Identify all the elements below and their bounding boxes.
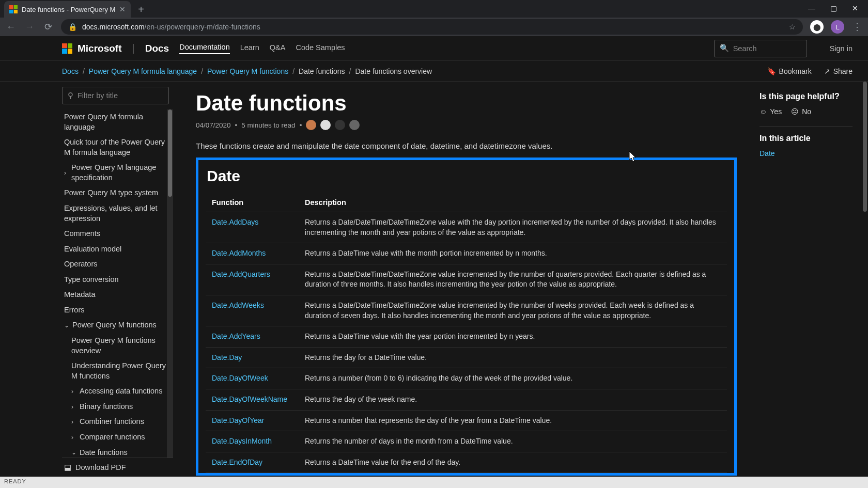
search-placeholder: Search [733, 44, 757, 53]
function-link[interactable]: Date.DayOfWeekName [206, 389, 299, 410]
sidebar-scrollbar[interactable] [167, 109, 173, 458]
table-row: Date.DaysInMonthReturns the number of da… [206, 431, 727, 452]
function-link[interactable]: Date.AddWeeks [206, 295, 299, 326]
sidebar-item-label: Type conversion [64, 275, 119, 285]
contributor-avatar[interactable] [335, 120, 345, 130]
sign-in-link[interactable]: Sign in [830, 44, 853, 53]
function-link[interactable]: Date.DayOfYear [206, 410, 299, 431]
sidebar-item[interactable]: ⌄Power Query M functions [62, 318, 173, 333]
yes-label: Yes [770, 107, 782, 116]
crumb-lang[interactable]: Power Query M formula language [89, 67, 197, 75]
sidebar-item-label: Metadata [64, 290, 95, 300]
sidebar-item[interactable]: Evaluation model [62, 242, 173, 257]
extension-icon[interactable]: ⬤ [810, 20, 824, 34]
sidebar-item[interactable]: ⌄Date functions [62, 445, 173, 458]
reload-button[interactable]: ⟳ [42, 21, 54, 33]
crumb-docs[interactable]: Docs [62, 67, 79, 75]
profile-avatar[interactable]: L [831, 20, 844, 34]
sidebar-item[interactable]: ›Power Query M language specification [62, 160, 173, 185]
sidebar-item[interactable]: ›Comparer functions [62, 430, 173, 445]
function-link[interactable]: Date.AddMonths [206, 243, 299, 264]
sidebar-item[interactable]: ›Accessing data functions [62, 384, 173, 399]
sidebar-item[interactable]: Expressions, values, and let expression [62, 201, 173, 226]
window-close[interactable]: ✕ [849, 4, 861, 12]
function-link[interactable]: Date.EndOfDay [206, 452, 299, 473]
nav-qa[interactable]: Q&A [270, 43, 286, 54]
article-readtime: 5 minutes to read [241, 121, 295, 129]
sidebar-item[interactable]: Comments [62, 226, 173, 242]
tab-close-icon[interactable]: ✕ [119, 5, 126, 13]
forward-button[interactable]: → [24, 22, 35, 33]
meta-sep: • [300, 121, 302, 129]
crumb-functions[interactable]: Power Query M functions [207, 67, 288, 75]
new-tab-button[interactable]: + [134, 1, 148, 18]
site-search-input[interactable]: 🔍 Search [714, 40, 807, 57]
brand-label: Microsoft [78, 43, 122, 54]
nav-learn[interactable]: Learn [240, 43, 259, 54]
sidebar-item[interactable]: ›Combiner functions [62, 414, 173, 430]
table-row: Date.AddQuartersReturns a Date/DateTime/… [206, 264, 727, 295]
table-row: Date.AddMonthsReturns a DateTime value w… [206, 243, 727, 264]
function-description: Returns the day of the week name. [299, 389, 727, 410]
contributor-avatar[interactable] [349, 120, 360, 130]
nav-documentation[interactable]: Documentation [179, 43, 230, 54]
function-link[interactable]: Date.AddYears [206, 326, 299, 348]
caret-icon: › [64, 169, 68, 177]
menu-icon[interactable]: ⋮ [851, 21, 863, 33]
sidebar-item-label: Operators [64, 259, 97, 270]
caret-icon: › [71, 387, 76, 396]
sidebar-item[interactable]: Errors [62, 303, 173, 318]
filter-placeholder: Filter by title [78, 91, 118, 100]
sidebar-item[interactable]: Power Query M functions overview [62, 333, 173, 358]
function-description: Returns a Date/DateTime/DateTimeZone val… [299, 295, 727, 326]
window-minimize[interactable]: — [806, 4, 817, 12]
article-date: 04/07/2020 [196, 121, 231, 129]
sidebar-item[interactable]: ›Binary functions [62, 399, 173, 415]
sidebar-item[interactable]: Type conversion [62, 272, 173, 288]
url-input[interactable]: 🔒 docs.microsoft.com/en-us/powerquery-m/… [61, 19, 803, 35]
star-icon[interactable]: ☆ [789, 23, 796, 31]
sidebar-item[interactable]: Power Query M formula language [62, 109, 173, 135]
function-description: Returns a number (from 0 to 6) indicatin… [299, 368, 727, 389]
function-link[interactable]: Date.Day [206, 347, 299, 368]
back-button[interactable]: ← [5, 22, 17, 33]
contributor-avatar[interactable] [320, 120, 331, 130]
sidebar-item-label: Expressions, values, and let expression [64, 203, 173, 224]
sidebar-item[interactable]: Understanding Power Query M functions [62, 358, 173, 384]
function-description: Returns a number that represents the day… [299, 410, 727, 431]
anchor-date[interactable]: Date [760, 149, 853, 158]
table-row: Date.DayReturns the day for a DateTime v… [206, 347, 727, 368]
page-scrollbar[interactable] [862, 82, 868, 477]
function-link[interactable]: Date.DaysInMonth [206, 431, 299, 452]
download-pdf-button[interactable]: ⬓ Download PDF [62, 458, 173, 471]
table-row: Date.AddDaysReturns a Date/DateTime/Date… [206, 212, 727, 243]
caret-icon: ⌄ [71, 448, 76, 456]
browser-tab[interactable]: Date functions - PowerQuery M ✕ [4, 1, 131, 18]
docs-link[interactable]: Docs [145, 43, 169, 54]
table-row: Date.EndOfDayReturns a DateTime value fo… [206, 452, 727, 473]
table-row: Date.AddYearsReturns a DateTime value wi… [206, 326, 727, 348]
function-description: Returns a Date/DateTime/DateTimeZone val… [299, 264, 727, 295]
function-link[interactable]: Date.AddQuarters [206, 264, 299, 295]
sidebar-item[interactable]: Metadata [62, 287, 173, 303]
filter-input[interactable]: ⚲ Filter by title [62, 87, 169, 104]
sidebar-item[interactable]: Quick tour of the Power Query M formula … [62, 135, 173, 160]
crumb-sep: / [83, 67, 85, 75]
sidebar-item[interactable]: Operators [62, 257, 173, 272]
function-link[interactable]: Date.AddDays [206, 212, 299, 243]
bookmark-button[interactable]: 🔖Bookmark [767, 67, 812, 75]
share-button[interactable]: ↗Share [824, 67, 853, 75]
function-link[interactable]: Date.DayOfWeek [206, 368, 299, 389]
feedback-yes-button[interactable]: ☺Yes [760, 107, 782, 116]
lock-icon: 🔒 [68, 23, 77, 31]
download-pdf-label: Download PDF [75, 463, 126, 471]
favicon-icon [9, 5, 18, 13]
nav-code-samples[interactable]: Code Samples [296, 43, 345, 54]
contributor-avatar[interactable] [306, 120, 316, 130]
function-description: Returns the number of days in the month … [299, 431, 727, 452]
in-article-heading: In this article [760, 134, 853, 143]
feedback-no-button[interactable]: ☹No [791, 107, 811, 116]
microsoft-logo[interactable]: Microsoft [62, 43, 122, 54]
sidebar-item[interactable]: Power Query M type system [62, 185, 173, 201]
window-maximize[interactable]: ▢ [828, 4, 839, 12]
